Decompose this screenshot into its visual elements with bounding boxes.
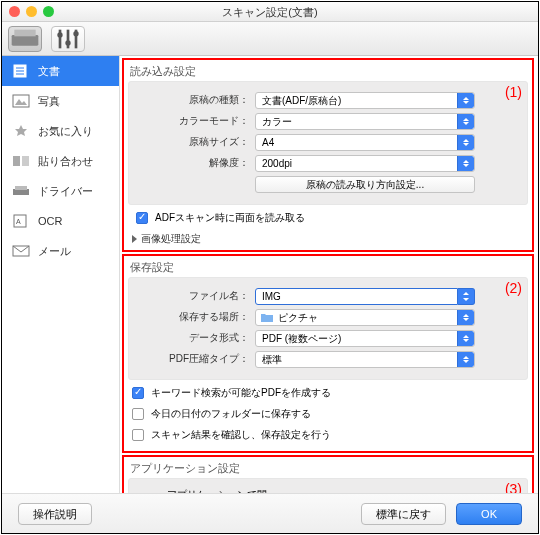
color-mode-select[interactable]: カラー [255,113,475,130]
document-icon [12,64,30,78]
star-icon [12,124,30,138]
read-settings-frame: (1) 読み込み設定 原稿の種類： 文書(ADF/原稿台) カラーモード： カラ… [122,58,534,252]
content-pane: (1) 読み込み設定 原稿の種類： 文書(ADF/原稿台) カラーモード： カラ… [120,56,538,493]
disclosure-triangle-icon [132,235,137,243]
svg-point-7 [73,31,78,36]
ocr-icon: A [12,214,30,228]
svg-point-5 [57,32,62,37]
help-button-label: 操作説明 [33,508,77,520]
keyword-pdf-label: キーワード検索が可能なPDFを作成する [151,386,331,400]
color-mode-value: カラー [262,116,292,127]
save-location-select[interactable]: ピクチャ [255,309,475,326]
svg-rect-16 [22,156,29,166]
color-mode-label: カラーモード： [137,114,255,128]
callout-3: (3) [505,481,522,493]
filename-dropdown-button[interactable] [458,288,475,305]
filename-value: IMG [262,291,281,302]
sidebar-item-driver[interactable]: ドライバー [2,176,119,206]
sidebar-item-label: お気に入り [38,124,93,139]
orientation-settings-label: 原稿の読み取り方向設定... [306,179,424,190]
sidebar-item-label: OCR [38,215,62,227]
svg-rect-12 [13,95,29,107]
pdf-compression-value: 標準 [262,354,282,365]
sidebar-item-ocr[interactable]: A OCR [2,206,119,236]
resolution-label: 解像度： [137,156,255,170]
close-window-button[interactable] [9,6,20,17]
photo-icon [12,94,30,108]
app-settings-frame: (3) アプリケーション設定 アプリケーションで開く： Finder アプリケー… [122,455,534,493]
svg-text:A: A [16,218,21,225]
image-processing-disclosure[interactable]: 画像処理設定 [124,230,532,248]
sidebar-item-photo[interactable]: 写真 [2,86,119,116]
sidebar-item-favorite[interactable]: お気に入り [2,116,119,146]
window-title: スキャン設定(文書) [222,6,317,18]
filename-input[interactable]: IMG [255,288,458,305]
adf-duplex-label: ADFスキャン時に両面を読み取る [155,211,305,225]
date-folder-checkbox[interactable] [132,408,144,420]
filename-label: ファイル名： [137,289,255,303]
sidebar-item-label: 文書 [38,64,60,79]
sidebar-item-label: メール [38,244,71,259]
save-location-value: ピクチャ [278,312,318,323]
sidebar-item-stitch[interactable]: 貼り合わせ [2,146,119,176]
callout-2: (2) [505,280,522,296]
resolution-select[interactable]: 200dpi [255,155,475,172]
minimize-window-button[interactable] [26,6,37,17]
titlebar: スキャン設定(文書) [2,2,538,22]
defaults-button[interactable]: 標準に戻す [361,503,446,525]
svg-marker-13 [15,99,27,105]
stitch-icon [12,154,30,168]
footer: 操作説明 標準に戻す OK [2,493,538,533]
svg-rect-1 [14,29,35,36]
resolution-value: 200dpi [262,158,292,169]
pdf-compression-select[interactable]: 標準 [255,351,475,368]
sliders-icon [52,27,84,51]
source-type-value: 文書(ADF/原稿台) [262,95,341,106]
open-with-app-label: アプリケーションで開く： [167,488,283,493]
sidebar-item-mail[interactable]: メール [2,236,119,266]
svg-rect-0 [12,35,39,46]
source-type-label: 原稿の種類： [137,93,255,107]
svg-rect-15 [13,156,20,166]
svg-marker-14 [15,125,27,136]
document-size-label: 原稿サイズ： [137,135,255,149]
sidebar-item-label: 貼り合わせ [38,154,93,169]
callout-1: (1) [505,84,522,100]
scanner-driver-icon [12,184,30,198]
ok-button-label: OK [481,508,497,520]
folder-icon [260,311,274,324]
scanner-icon [9,27,41,51]
svg-point-6 [65,40,70,45]
toolbar [2,22,538,56]
document-size-value: A4 [262,137,274,148]
zoom-window-button[interactable] [43,6,54,17]
adf-duplex-checkbox[interactable] [136,212,148,224]
ok-button[interactable]: OK [456,503,522,525]
defaults-button-label: 標準に戻す [376,508,431,520]
toolbar-settings-button[interactable] [51,26,85,52]
read-settings-title: 読み込み設定 [124,60,532,81]
keyword-pdf-checkbox[interactable] [132,387,144,399]
source-type-select[interactable]: 文書(ADF/原稿台) [255,92,475,109]
toolbar-scan-from-computer-button[interactable] [8,26,42,52]
save-location-label: 保存する場所： [137,310,255,324]
save-settings-frame: (2) 保存設定 ファイル名： IMG 保存する場所： ピクチャ [122,254,534,453]
orientation-settings-button[interactable]: 原稿の読み取り方向設定... [255,176,475,193]
confirm-results-label: スキャン結果を確認し、保存設定を行う [151,428,331,442]
sidebar-item-label: ドライバー [38,184,93,199]
svg-rect-18 [15,186,27,190]
mail-icon [12,244,30,258]
sidebar-item-document[interactable]: 文書 [2,56,119,86]
image-processing-label: 画像処理設定 [141,232,201,246]
data-format-value: PDF (複数ページ) [262,333,341,344]
document-size-select[interactable]: A4 [255,134,475,151]
confirm-results-checkbox[interactable] [132,429,144,441]
date-folder-label: 今日の日付のフォルダーに保存する [151,407,311,421]
save-settings-title: 保存設定 [124,256,532,277]
pdf-compression-label: PDF圧縮タイプ： [137,352,255,366]
app-settings-title: アプリケーション設定 [124,457,532,478]
help-button[interactable]: 操作説明 [18,503,92,525]
sidebar: 文書 写真 お気に入り 貼り合わせ ドライバー A OCR [2,56,120,493]
data-format-label: データ形式： [137,331,255,345]
data-format-select[interactable]: PDF (複数ページ) [255,330,475,347]
